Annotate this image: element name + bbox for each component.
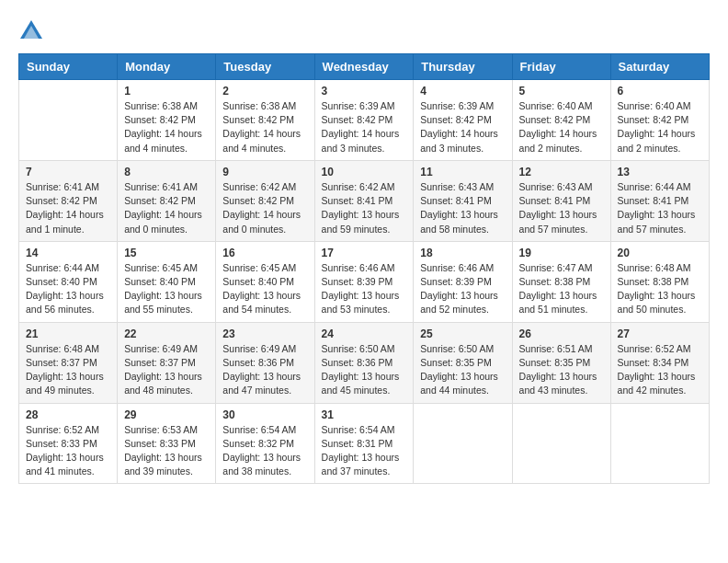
day-number: 29: [124, 408, 209, 421]
day-info: Sunrise: 6:54 AM Sunset: 8:32 PM Dayligh…: [222, 423, 307, 479]
calendar-day-cell: 2Sunrise: 6:38 AM Sunset: 8:42 PM Daylig…: [216, 80, 314, 161]
day-number: 25: [420, 327, 505, 340]
day-number: 10: [322, 166, 407, 178]
day-info: Sunrise: 6:44 AM Sunset: 8:40 PM Dayligh…: [26, 261, 110, 317]
day-info: Sunrise: 6:52 AM Sunset: 8:33 PM Dayligh…: [26, 423, 110, 479]
weekday-header-cell: Monday: [118, 54, 216, 80]
weekday-header: SundayMondayTuesdayWednesdayThursdayFrid…: [19, 54, 710, 80]
calendar-day-cell: 17Sunrise: 6:46 AM Sunset: 8:39 PM Dayli…: [314, 241, 414, 322]
calendar-day-cell: 30Sunrise: 6:54 AM Sunset: 8:32 PM Dayli…: [216, 403, 314, 484]
weekday-header-cell: Wednesday: [314, 54, 414, 80]
weekday-header-cell: Tuesday: [216, 54, 314, 80]
calendar-day-cell: 28Sunrise: 6:52 AM Sunset: 8:33 PM Dayli…: [19, 403, 118, 484]
calendar-day-cell: 13Sunrise: 6:44 AM Sunset: 8:41 PM Dayli…: [610, 160, 709, 241]
day-number: 27: [618, 327, 702, 340]
weekday-header-cell: Thursday: [414, 54, 512, 80]
day-number: 12: [519, 166, 604, 178]
calendar-day-cell: 3Sunrise: 6:39 AM Sunset: 8:42 PM Daylig…: [314, 80, 414, 161]
calendar-day-cell: 7Sunrise: 6:41 AM Sunset: 8:42 PM Daylig…: [19, 160, 118, 241]
day-info: Sunrise: 6:53 AM Sunset: 8:33 PM Dayligh…: [124, 423, 209, 479]
day-number: 7: [26, 166, 110, 178]
day-number: 1: [124, 85, 209, 98]
calendar-week-row: 21Sunrise: 6:48 AM Sunset: 8:37 PM Dayli…: [19, 322, 710, 403]
day-number: 19: [519, 247, 604, 259]
day-info: Sunrise: 6:41 AM Sunset: 8:42 PM Dayligh…: [26, 180, 110, 236]
day-info: Sunrise: 6:46 AM Sunset: 8:39 PM Dayligh…: [322, 261, 407, 317]
day-info: Sunrise: 6:38 AM Sunset: 8:42 PM Dayligh…: [124, 99, 209, 155]
calendar-day-cell: 14Sunrise: 6:44 AM Sunset: 8:40 PM Dayli…: [19, 241, 118, 322]
logo-icon: [18, 18, 44, 44]
calendar-week-row: 7Sunrise: 6:41 AM Sunset: 8:42 PM Daylig…: [19, 160, 710, 241]
calendar-week-row: 1Sunrise: 6:38 AM Sunset: 8:42 PM Daylig…: [19, 80, 710, 161]
weekday-header-cell: Saturday: [610, 54, 709, 80]
day-number: 21: [26, 327, 110, 340]
day-number: 17: [322, 247, 407, 259]
day-number: 23: [222, 327, 307, 340]
day-number: 6: [618, 85, 702, 98]
day-info: Sunrise: 6:40 AM Sunset: 8:42 PM Dayligh…: [519, 99, 604, 155]
day-info: Sunrise: 6:44 AM Sunset: 8:41 PM Dayligh…: [618, 180, 702, 236]
day-info: Sunrise: 6:43 AM Sunset: 8:41 PM Dayligh…: [420, 180, 505, 236]
calendar-day-cell: 12Sunrise: 6:43 AM Sunset: 8:41 PM Dayli…: [512, 160, 610, 241]
calendar-day-cell: 23Sunrise: 6:49 AM Sunset: 8:36 PM Dayli…: [216, 322, 314, 403]
calendar-day-cell: 21Sunrise: 6:48 AM Sunset: 8:37 PM Dayli…: [19, 322, 118, 403]
day-number: 5: [519, 85, 604, 98]
calendar-body: 1Sunrise: 6:38 AM Sunset: 8:42 PM Daylig…: [19, 80, 710, 484]
day-number: 22: [124, 327, 209, 340]
day-info: Sunrise: 6:42 AM Sunset: 8:42 PM Dayligh…: [222, 180, 307, 236]
calendar-day-cell: [19, 80, 118, 161]
day-info: Sunrise: 6:48 AM Sunset: 8:37 PM Dayligh…: [26, 342, 110, 398]
day-number: 4: [420, 85, 505, 98]
calendar-day-cell: 5Sunrise: 6:40 AM Sunset: 8:42 PM Daylig…: [512, 80, 610, 161]
calendar-table: SundayMondayTuesdayWednesdayThursdayFrid…: [18, 53, 710, 484]
day-info: Sunrise: 6:40 AM Sunset: 8:42 PM Dayligh…: [618, 99, 702, 155]
day-number: 31: [322, 408, 407, 421]
calendar-day-cell: 24Sunrise: 6:50 AM Sunset: 8:36 PM Dayli…: [314, 322, 414, 403]
day-number: 24: [322, 327, 407, 340]
calendar-day-cell: 29Sunrise: 6:53 AM Sunset: 8:33 PM Dayli…: [118, 403, 216, 484]
calendar-day-cell: 19Sunrise: 6:47 AM Sunset: 8:38 PM Dayli…: [512, 241, 610, 322]
day-info: Sunrise: 6:45 AM Sunset: 8:40 PM Dayligh…: [222, 261, 307, 317]
calendar-day-cell: 22Sunrise: 6:49 AM Sunset: 8:37 PM Dayli…: [118, 322, 216, 403]
day-info: Sunrise: 6:41 AM Sunset: 8:42 PM Dayligh…: [124, 180, 209, 236]
header: [18, 18, 710, 44]
calendar-day-cell: 27Sunrise: 6:52 AM Sunset: 8:34 PM Dayli…: [610, 322, 709, 403]
calendar-day-cell: 9Sunrise: 6:42 AM Sunset: 8:42 PM Daylig…: [216, 160, 314, 241]
day-number: 2: [222, 85, 307, 98]
calendar-day-cell: [512, 403, 610, 484]
day-number: 14: [26, 247, 110, 259]
day-info: Sunrise: 6:49 AM Sunset: 8:37 PM Dayligh…: [124, 342, 209, 398]
calendar-day-cell: 8Sunrise: 6:41 AM Sunset: 8:42 PM Daylig…: [118, 160, 216, 241]
day-number: 13: [618, 166, 702, 178]
weekday-header-cell: Friday: [512, 54, 610, 80]
calendar-day-cell: 15Sunrise: 6:45 AM Sunset: 8:40 PM Dayli…: [118, 241, 216, 322]
day-number: 30: [222, 408, 307, 421]
day-info: Sunrise: 6:50 AM Sunset: 8:35 PM Dayligh…: [420, 342, 505, 398]
day-number: 11: [420, 166, 505, 178]
day-number: 16: [222, 247, 307, 259]
calendar-week-row: 14Sunrise: 6:44 AM Sunset: 8:40 PM Dayli…: [19, 241, 710, 322]
calendar-day-cell: [414, 403, 512, 484]
calendar-day-cell: 26Sunrise: 6:51 AM Sunset: 8:35 PM Dayli…: [512, 322, 610, 403]
calendar-day-cell: [610, 403, 709, 484]
day-info: Sunrise: 6:48 AM Sunset: 8:38 PM Dayligh…: [618, 261, 702, 317]
day-number: 26: [519, 327, 604, 340]
day-info: Sunrise: 6:52 AM Sunset: 8:34 PM Dayligh…: [618, 342, 702, 398]
weekday-header-cell: Sunday: [19, 54, 118, 80]
calendar-day-cell: 11Sunrise: 6:43 AM Sunset: 8:41 PM Dayli…: [414, 160, 512, 241]
day-number: 20: [618, 247, 702, 259]
day-info: Sunrise: 6:51 AM Sunset: 8:35 PM Dayligh…: [519, 342, 604, 398]
day-info: Sunrise: 6:43 AM Sunset: 8:41 PM Dayligh…: [519, 180, 604, 236]
logo: [18, 18, 48, 44]
calendar-week-row: 28Sunrise: 6:52 AM Sunset: 8:33 PM Dayli…: [19, 403, 710, 484]
day-info: Sunrise: 6:46 AM Sunset: 8:39 PM Dayligh…: [420, 261, 505, 317]
day-number: 9: [222, 166, 307, 178]
calendar-day-cell: 1Sunrise: 6:38 AM Sunset: 8:42 PM Daylig…: [118, 80, 216, 161]
calendar-day-cell: 10Sunrise: 6:42 AM Sunset: 8:41 PM Dayli…: [314, 160, 414, 241]
calendar-day-cell: 4Sunrise: 6:39 AM Sunset: 8:42 PM Daylig…: [414, 80, 512, 161]
day-info: Sunrise: 6:49 AM Sunset: 8:36 PM Dayligh…: [222, 342, 307, 398]
day-info: Sunrise: 6:39 AM Sunset: 8:42 PM Dayligh…: [322, 99, 407, 155]
day-info: Sunrise: 6:50 AM Sunset: 8:36 PM Dayligh…: [322, 342, 407, 398]
calendar-day-cell: 18Sunrise: 6:46 AM Sunset: 8:39 PM Dayli…: [414, 241, 512, 322]
day-info: Sunrise: 6:42 AM Sunset: 8:41 PM Dayligh…: [322, 180, 407, 236]
